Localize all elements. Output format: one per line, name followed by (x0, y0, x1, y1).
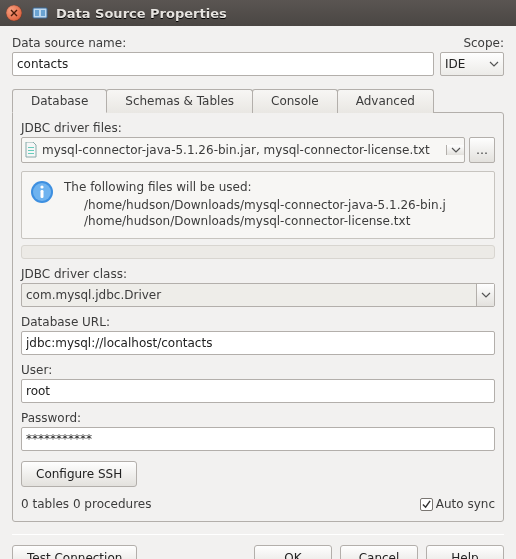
tab-advanced[interactable]: Advanced (337, 89, 434, 113)
jdbc-class-dropdown-button[interactable] (476, 284, 494, 306)
checkbox-icon (420, 498, 433, 511)
info-icon (30, 180, 54, 204)
jdbc-files-combo[interactable]: mysql-connector-java-5.1.26-bin.jar, mys… (21, 137, 465, 163)
tab-database[interactable]: Database (12, 89, 107, 113)
close-icon[interactable] (6, 5, 22, 21)
jdbc-class-label: JDBC driver class: (21, 267, 495, 281)
stats-text: 0 tables 0 procedures (21, 497, 420, 511)
svg-rect-2 (41, 10, 45, 16)
jdbc-files-label: JDBC driver files: (21, 121, 495, 135)
info-heading: The following files will be used: (64, 180, 446, 194)
db-url-input[interactable] (21, 331, 495, 355)
jdbc-files-browse-button[interactable]: … (469, 137, 495, 163)
jdbc-class-value: com.mysql.jdbc.Driver (22, 288, 476, 302)
jdbc-class-select[interactable]: com.mysql.jdbc.Driver (21, 283, 495, 307)
svg-rect-3 (28, 147, 34, 148)
chevron-down-icon (451, 145, 461, 155)
info-scrollbar[interactable] (21, 245, 495, 259)
window-titlebar: Data Source Properties (0, 0, 516, 26)
configure-ssh-button[interactable]: Configure SSH (21, 461, 137, 487)
ellipsis-icon: … (476, 143, 488, 157)
scope-label: Scope: (440, 36, 504, 50)
data-source-name-input[interactable] (12, 52, 434, 76)
chevron-down-icon (489, 59, 499, 69)
chevron-down-icon (481, 290, 491, 300)
cancel-button[interactable]: Cancel (340, 545, 418, 559)
password-label: Password: (21, 411, 495, 425)
user-input[interactable] (21, 379, 495, 403)
window-title: Data Source Properties (56, 6, 510, 21)
svg-rect-9 (41, 190, 44, 198)
files-info-box: The following files will be used: /home/… (21, 171, 495, 239)
svg-rect-5 (28, 153, 34, 154)
tab-console[interactable]: Console (252, 89, 338, 113)
auto-sync-checkbox[interactable]: Auto sync (420, 497, 495, 511)
dialog-footer: Test Connection OK Cancel Help (12, 545, 504, 559)
jdbc-files-dropdown-button[interactable] (446, 145, 464, 155)
jdbc-files-value: mysql-connector-java-5.1.26-bin.jar, mys… (40, 143, 446, 157)
scope-select[interactable]: IDE (440, 52, 504, 76)
scope-value: IDE (445, 57, 465, 71)
database-panel: JDBC driver files: mysql-connector-java-… (12, 112, 504, 522)
tab-schemas-tables[interactable]: Schemas & Tables (106, 89, 253, 113)
file-icon (22, 142, 40, 158)
tab-bar: Database Schemas & Tables Console Advanc… (12, 88, 504, 112)
db-url-label: Database URL: (21, 315, 495, 329)
checkmark-icon (422, 500, 431, 509)
info-file-1: /home/hudson/Downloads/mysql-connector-j… (84, 198, 446, 212)
test-connection-button[interactable]: Test Connection (12, 545, 137, 559)
data-source-name-label: Data source name: (12, 36, 440, 50)
ok-button[interactable]: OK (254, 545, 332, 559)
info-file-2: /home/hudson/Downloads/mysql-connector-l… (84, 214, 446, 228)
user-label: User: (21, 363, 495, 377)
svg-point-8 (40, 185, 43, 188)
svg-rect-4 (28, 150, 34, 151)
separator (12, 534, 504, 535)
password-input[interactable] (21, 427, 495, 451)
app-icon (32, 5, 48, 21)
help-button[interactable]: Help (426, 545, 504, 559)
svg-rect-1 (35, 10, 39, 16)
auto-sync-label: Auto sync (436, 497, 495, 511)
